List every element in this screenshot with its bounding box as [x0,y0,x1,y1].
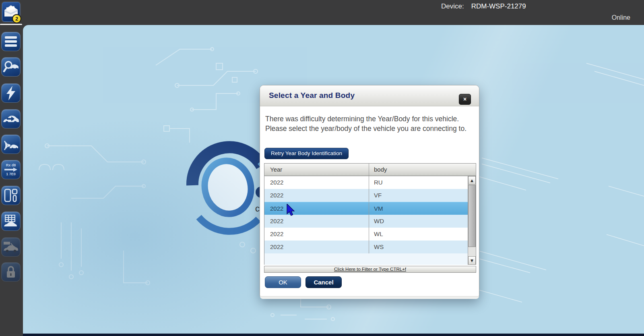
table-header: Year body [264,164,476,176]
mouse-cursor [287,204,295,216]
dialog-title: Select a Year and Body [269,91,355,100]
select-year-body-dialog: Select a Year and Body × There was diffi… [260,85,479,299]
year-body-table: Year body 2022 RU 2022 VF 2022 VM 2022 W… [264,163,476,265]
arrow-icon [4,168,17,172]
top-bar: 2 Device: RDM-WSP-21279 Online [0,0,644,25]
table-row[interactable]: 2022 VF [264,189,469,202]
messages-icon[interactable]: 2 [1,1,21,23]
dialog-footer [260,296,479,299]
table-row[interactable]: 2022 WL [264,228,469,241]
column-header-year[interactable]: Year [264,164,369,176]
vertical-scrollbar[interactable]: ▲ ▼ [468,176,476,265]
bus-monitor-icon[interactable]: Rx d8 1 7E0 [2,160,20,179]
table-filler-row [264,253,469,265]
dialog-header: Select a Year and Body × [260,85,479,106]
garage-icon[interactable] [2,212,20,230]
device-info: Device: RDM-WSP-21279 [441,2,526,10]
flash-icon[interactable] [2,84,20,102]
lock-icon[interactable] [2,263,20,281]
filter-bar[interactable]: Click Here to Filter or Type CTRL+f [264,266,476,273]
vehicle-search-icon[interactable] [2,58,20,76]
partial-logo-text: c [255,203,260,214]
close-button[interactable]: × [459,94,471,105]
scrollbar-thumb[interactable] [468,185,476,247]
retry-year-body-button[interactable]: Retry Year Body Identification [264,148,349,159]
notification-badge: 2 [12,14,21,23]
device-value: RDM-WSP-21279 [471,2,526,10]
table-rows: 2022 RU 2022 VF 2022 VM 2022 WD 2022 WL … [264,176,469,265]
vehicle-history-icon[interactable] [2,238,20,256]
column-header-body[interactable]: body [369,164,476,176]
ok-button[interactable]: OK [265,276,301,288]
sidebar: Rx d8 1 7E0 [0,25,23,336]
table-row[interactable]: 2022 WD [264,215,469,228]
scroll-up-button[interactable]: ▲ [468,176,476,185]
dialog-message: There was difficulty determining the Yea… [265,114,467,133]
table-row[interactable]: 2022 RU [264,176,469,189]
scroll-down-button[interactable]: ▼ [468,256,476,265]
bus-monitor-line2: 1 7E0 [6,172,16,176]
bottom-strip [23,334,644,336]
table-row[interactable]: 2022 WS [264,241,469,253]
menu-icon[interactable] [2,32,20,51]
bus-monitor-line1: Rx d8 [6,163,16,167]
reports-icon[interactable] [2,186,20,205]
wireless-vehicle-icon[interactable] [2,135,20,153]
vehicle-connect-icon[interactable] [2,110,20,128]
online-status: Online [612,14,630,21]
device-label: Device: [441,2,464,10]
cancel-button[interactable]: Cancel [305,276,342,288]
